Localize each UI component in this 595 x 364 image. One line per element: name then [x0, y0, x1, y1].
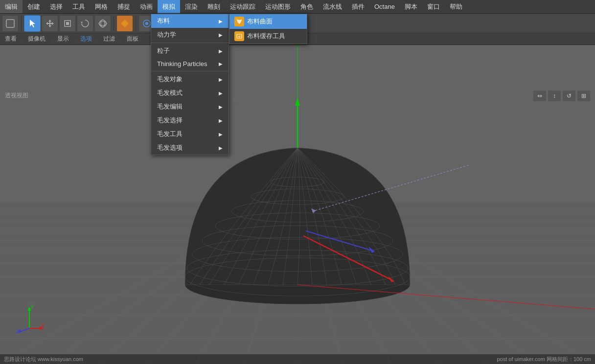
dd-hair-tools-arrow: ▶: [219, 132, 223, 137]
nav-pan[interactable]: ⇔: [533, 91, 546, 101]
svg-point-4: [101, 20, 105, 27]
viewport[interactable]: 透视视图 ⇔ ↕ ↺ ⊞ Y X Z 思路设计论坛 www.kissyuan.c…: [0, 45, 595, 364]
sub-sep2: ·: [50, 36, 52, 43]
dd-hair-tools[interactable]: 毛发工具 ▶: [151, 127, 229, 141]
toolbar-object[interactable]: [94, 15, 111, 32]
dd-cloth-arrow: ▶: [219, 19, 223, 24]
dd-hair-options[interactable]: 毛发选项 ▶: [151, 141, 229, 155]
sub-sep5: ·: [120, 36, 121, 43]
sep1: [21, 17, 22, 30]
cloth-surface[interactable]: 布料曲面: [229, 14, 307, 29]
sub-options[interactable]: 选项: [78, 35, 94, 43]
svg-rect-2: [66, 22, 69, 25]
sub-filter[interactable]: 过滤: [101, 35, 117, 43]
menu-simulate[interactable]: 模拟: [158, 0, 180, 13]
menu-pipeline[interactable]: 流水线: [318, 0, 347, 13]
sub-sep1: ·: [22, 36, 23, 43]
toolbar-scale[interactable]: [59, 15, 76, 32]
cloth-surface-icon: [234, 17, 244, 26]
x-axis-label: X: [41, 322, 44, 328]
dd-hair-obj-arrow: ▶: [219, 77, 223, 82]
bottom-bar: 思路设计论坛 www.kissyuan.com post of uimaker.…: [0, 354, 595, 364]
svg-point-5: [99, 20, 106, 27]
z-axis-label: Z: [16, 328, 19, 333]
nav-zoom[interactable]: ↕: [548, 91, 561, 101]
dd-hair-obj[interactable]: 毛发对象 ▶: [151, 72, 229, 86]
dd-cloth[interactable]: 布料 ▶: [151, 14, 229, 28]
axes-gizmo: Y X Z: [15, 304, 44, 335]
dd-hair-sel-arrow: ▶: [219, 118, 223, 123]
dd-thinking-particles[interactable]: Thinking Particles ▶: [151, 58, 229, 70]
nav-icons: ⇔ ↕ ↺ ⊞: [533, 91, 590, 101]
sep2: [114, 17, 114, 30]
toolbar-select[interactable]: [24, 15, 41, 32]
menu-bar: 编辑 创建 选择 工具 网格 捕捉 动画 模拟 渲染 雕刻 运动跟踪 运动图形 …: [0, 0, 595, 14]
dd-hair-mode[interactable]: 毛发模式 ▶: [151, 86, 229, 100]
svg-point-3: [99, 22, 107, 25]
sub-view[interactable]: 查看: [3, 35, 19, 43]
dd-hair-opt-arrow: ▶: [219, 145, 223, 151]
sub-sep3: ·: [74, 36, 75, 43]
cloth-cache-tool[interactable]: 布料缓存工具: [229, 29, 307, 44]
toolbar-move[interactable]: [42, 15, 58, 32]
svg-point-7: [145, 22, 148, 25]
sep3: [136, 17, 136, 30]
menu-tools[interactable]: 工具: [68, 0, 90, 13]
menu-octane[interactable]: Octane: [369, 0, 400, 13]
menu-select[interactable]: 选择: [45, 0, 68, 13]
dd-particles-arrow: ▶: [219, 48, 223, 54]
dd-particles[interactable]: 粒子 ▶: [151, 44, 229, 58]
menu-render[interactable]: 渲染: [180, 0, 203, 13]
simulate-dropdown: 布料 ▶ 动力学 ▶ 粒子 ▶ Thinking Particles ▶ 毛发对…: [151, 14, 229, 155]
dd-hair-edit-arrow: ▶: [219, 104, 223, 110]
toolbar-rotate[interactable]: [77, 15, 93, 32]
sub-panel[interactable]: 面板: [125, 35, 140, 43]
menu-motion-track[interactable]: 运动跟踪: [225, 0, 260, 13]
menu-window[interactable]: 窗口: [422, 0, 445, 13]
bottom-right-text: post of uimaker.com 网格间距：100 cm: [497, 356, 591, 363]
menu-snap[interactable]: 捕捉: [113, 0, 135, 13]
dd-dynamics-arrow: ▶: [219, 32, 223, 38]
menu-scripts[interactable]: 脚本: [400, 0, 422, 13]
sub-camera[interactable]: 摄像机: [26, 35, 47, 43]
dd-hair-mode-arrow: ▶: [219, 91, 223, 96]
dd-hair-edit[interactable]: 毛发编辑 ▶: [151, 100, 229, 114]
svg-rect-0: [6, 20, 14, 27]
menu-mesh[interactable]: 网格: [90, 0, 113, 13]
toolbar-undo[interactable]: [2, 15, 19, 32]
bottom-left-text: 思路设计论坛 www.kissyuan.com: [4, 356, 83, 363]
menu-create[interactable]: 创建: [23, 0, 45, 13]
y-axis-label: Y: [30, 304, 34, 310]
menu-plugins[interactable]: 插件: [347, 0, 369, 13]
menu-character[interactable]: 角色: [296, 0, 318, 13]
menu-edit[interactable]: 编辑: [0, 0, 23, 13]
sub-sep4: ·: [97, 36, 98, 43]
nav-rotate[interactable]: ↺: [563, 91, 575, 101]
dd-tp-arrow: ▶: [219, 61, 223, 67]
menu-mograph[interactable]: 运动图形: [260, 0, 296, 13]
cloth-cache-icon: [234, 31, 244, 41]
sub-display[interactable]: 显示: [55, 35, 71, 43]
dd-sep2: [151, 71, 229, 71]
viewport-label: 透视视图: [5, 91, 28, 100]
dd-sep1: [151, 43, 229, 43]
dd-hair-select[interactable]: 毛发选择 ▶: [151, 114, 229, 127]
dd-dynamics[interactable]: 动力学 ▶: [151, 28, 229, 42]
menu-animate[interactable]: 动画: [135, 0, 158, 13]
cloth-surface-label: 布料曲面: [247, 17, 273, 26]
menu-help[interactable]: 帮助: [445, 0, 467, 13]
menu-sculpt[interactable]: 雕刻: [203, 0, 225, 13]
toolbar-obj2[interactable]: [116, 15, 133, 32]
nav-grid[interactable]: ⊞: [577, 91, 590, 101]
cloth-submenu: 布料曲面 布料缓存工具: [229, 14, 307, 44]
grid: [0, 45, 595, 364]
cloth-cache-label: 布料缓存工具: [247, 32, 285, 41]
